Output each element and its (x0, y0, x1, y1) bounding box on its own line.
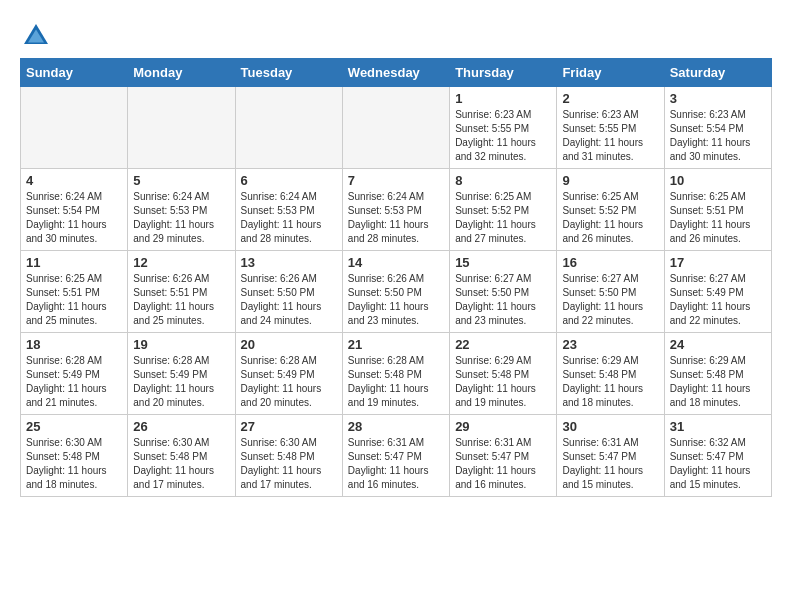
day-number: 2 (562, 91, 658, 106)
calendar-cell: 25Sunrise: 6:30 AM Sunset: 5:48 PM Dayli… (21, 415, 128, 497)
calendar-cell: 23Sunrise: 6:29 AM Sunset: 5:48 PM Dayli… (557, 333, 664, 415)
calendar-table: SundayMondayTuesdayWednesdayThursdayFrid… (20, 58, 772, 497)
day-info: Sunrise: 6:25 AM Sunset: 5:51 PM Dayligh… (26, 272, 122, 328)
day-info: Sunrise: 6:26 AM Sunset: 5:51 PM Dayligh… (133, 272, 229, 328)
day-info: Sunrise: 6:23 AM Sunset: 5:55 PM Dayligh… (455, 108, 551, 164)
calendar-week-2: 4Sunrise: 6:24 AM Sunset: 5:54 PM Daylig… (21, 169, 772, 251)
day-number: 10 (670, 173, 766, 188)
day-info: Sunrise: 6:31 AM Sunset: 5:47 PM Dayligh… (348, 436, 444, 492)
calendar-cell: 30Sunrise: 6:31 AM Sunset: 5:47 PM Dayli… (557, 415, 664, 497)
calendar-cell: 22Sunrise: 6:29 AM Sunset: 5:48 PM Dayli… (450, 333, 557, 415)
day-info: Sunrise: 6:29 AM Sunset: 5:48 PM Dayligh… (455, 354, 551, 410)
calendar-week-5: 25Sunrise: 6:30 AM Sunset: 5:48 PM Dayli… (21, 415, 772, 497)
day-info: Sunrise: 6:23 AM Sunset: 5:55 PM Dayligh… (562, 108, 658, 164)
calendar-cell: 18Sunrise: 6:28 AM Sunset: 5:49 PM Dayli… (21, 333, 128, 415)
day-info: Sunrise: 6:27 AM Sunset: 5:50 PM Dayligh… (562, 272, 658, 328)
calendar-week-1: 1Sunrise: 6:23 AM Sunset: 5:55 PM Daylig… (21, 87, 772, 169)
calendar-cell: 29Sunrise: 6:31 AM Sunset: 5:47 PM Dayli… (450, 415, 557, 497)
day-info: Sunrise: 6:24 AM Sunset: 5:54 PM Dayligh… (26, 190, 122, 246)
day-number: 30 (562, 419, 658, 434)
day-info: Sunrise: 6:26 AM Sunset: 5:50 PM Dayligh… (241, 272, 337, 328)
day-info: Sunrise: 6:30 AM Sunset: 5:48 PM Dayligh… (26, 436, 122, 492)
calendar-cell: 5Sunrise: 6:24 AM Sunset: 5:53 PM Daylig… (128, 169, 235, 251)
day-info: Sunrise: 6:26 AM Sunset: 5:50 PM Dayligh… (348, 272, 444, 328)
day-number: 9 (562, 173, 658, 188)
day-info: Sunrise: 6:28 AM Sunset: 5:49 PM Dayligh… (133, 354, 229, 410)
calendar-cell: 8Sunrise: 6:25 AM Sunset: 5:52 PM Daylig… (450, 169, 557, 251)
day-number: 15 (455, 255, 551, 270)
day-number: 13 (241, 255, 337, 270)
day-number: 11 (26, 255, 122, 270)
calendar-cell: 10Sunrise: 6:25 AM Sunset: 5:51 PM Dayli… (664, 169, 771, 251)
day-number: 18 (26, 337, 122, 352)
day-info: Sunrise: 6:28 AM Sunset: 5:49 PM Dayligh… (26, 354, 122, 410)
day-number: 4 (26, 173, 122, 188)
calendar-cell: 4Sunrise: 6:24 AM Sunset: 5:54 PM Daylig… (21, 169, 128, 251)
calendar-cell: 21Sunrise: 6:28 AM Sunset: 5:48 PM Dayli… (342, 333, 449, 415)
day-info: Sunrise: 6:24 AM Sunset: 5:53 PM Dayligh… (348, 190, 444, 246)
day-info: Sunrise: 6:27 AM Sunset: 5:50 PM Dayligh… (455, 272, 551, 328)
day-number: 20 (241, 337, 337, 352)
day-info: Sunrise: 6:30 AM Sunset: 5:48 PM Dayligh… (133, 436, 229, 492)
calendar-cell: 11Sunrise: 6:25 AM Sunset: 5:51 PM Dayli… (21, 251, 128, 333)
day-info: Sunrise: 6:25 AM Sunset: 5:52 PM Dayligh… (455, 190, 551, 246)
calendar-cell: 19Sunrise: 6:28 AM Sunset: 5:49 PM Dayli… (128, 333, 235, 415)
column-header-monday: Monday (128, 59, 235, 87)
day-number: 25 (26, 419, 122, 434)
day-number: 14 (348, 255, 444, 270)
day-number: 21 (348, 337, 444, 352)
day-info: Sunrise: 6:27 AM Sunset: 5:49 PM Dayligh… (670, 272, 766, 328)
calendar-cell: 9Sunrise: 6:25 AM Sunset: 5:52 PM Daylig… (557, 169, 664, 251)
day-info: Sunrise: 6:25 AM Sunset: 5:51 PM Dayligh… (670, 190, 766, 246)
day-info: Sunrise: 6:24 AM Sunset: 5:53 PM Dayligh… (241, 190, 337, 246)
calendar-cell: 6Sunrise: 6:24 AM Sunset: 5:53 PM Daylig… (235, 169, 342, 251)
day-number: 26 (133, 419, 229, 434)
day-info: Sunrise: 6:28 AM Sunset: 5:48 PM Dayligh… (348, 354, 444, 410)
day-number: 16 (562, 255, 658, 270)
day-info: Sunrise: 6:24 AM Sunset: 5:53 PM Dayligh… (133, 190, 229, 246)
calendar-cell: 27Sunrise: 6:30 AM Sunset: 5:48 PM Dayli… (235, 415, 342, 497)
calendar-cell: 28Sunrise: 6:31 AM Sunset: 5:47 PM Dayli… (342, 415, 449, 497)
day-number: 17 (670, 255, 766, 270)
day-info: Sunrise: 6:32 AM Sunset: 5:47 PM Dayligh… (670, 436, 766, 492)
column-header-tuesday: Tuesday (235, 59, 342, 87)
column-header-friday: Friday (557, 59, 664, 87)
page-header (20, 20, 772, 52)
day-number: 19 (133, 337, 229, 352)
day-number: 23 (562, 337, 658, 352)
calendar-header-row: SundayMondayTuesdayWednesdayThursdayFrid… (21, 59, 772, 87)
column-header-wednesday: Wednesday (342, 59, 449, 87)
day-info: Sunrise: 6:28 AM Sunset: 5:49 PM Dayligh… (241, 354, 337, 410)
calendar-cell (128, 87, 235, 169)
day-number: 29 (455, 419, 551, 434)
logo (20, 20, 56, 52)
logo-icon (20, 20, 52, 52)
day-info: Sunrise: 6:29 AM Sunset: 5:48 PM Dayligh… (562, 354, 658, 410)
calendar-cell: 1Sunrise: 6:23 AM Sunset: 5:55 PM Daylig… (450, 87, 557, 169)
calendar-cell (235, 87, 342, 169)
column-header-thursday: Thursday (450, 59, 557, 87)
day-number: 12 (133, 255, 229, 270)
calendar-cell: 20Sunrise: 6:28 AM Sunset: 5:49 PM Dayli… (235, 333, 342, 415)
day-number: 1 (455, 91, 551, 106)
day-number: 27 (241, 419, 337, 434)
calendar-cell: 2Sunrise: 6:23 AM Sunset: 5:55 PM Daylig… (557, 87, 664, 169)
day-number: 31 (670, 419, 766, 434)
calendar-cell: 17Sunrise: 6:27 AM Sunset: 5:49 PM Dayli… (664, 251, 771, 333)
column-header-sunday: Sunday (21, 59, 128, 87)
day-number: 5 (133, 173, 229, 188)
day-number: 8 (455, 173, 551, 188)
calendar-cell (21, 87, 128, 169)
calendar-cell: 15Sunrise: 6:27 AM Sunset: 5:50 PM Dayli… (450, 251, 557, 333)
calendar-cell: 26Sunrise: 6:30 AM Sunset: 5:48 PM Dayli… (128, 415, 235, 497)
day-info: Sunrise: 6:31 AM Sunset: 5:47 PM Dayligh… (562, 436, 658, 492)
calendar-week-4: 18Sunrise: 6:28 AM Sunset: 5:49 PM Dayli… (21, 333, 772, 415)
day-info: Sunrise: 6:23 AM Sunset: 5:54 PM Dayligh… (670, 108, 766, 164)
day-info: Sunrise: 6:25 AM Sunset: 5:52 PM Dayligh… (562, 190, 658, 246)
calendar-cell: 16Sunrise: 6:27 AM Sunset: 5:50 PM Dayli… (557, 251, 664, 333)
calendar-cell: 13Sunrise: 6:26 AM Sunset: 5:50 PM Dayli… (235, 251, 342, 333)
day-info: Sunrise: 6:31 AM Sunset: 5:47 PM Dayligh… (455, 436, 551, 492)
calendar-cell (342, 87, 449, 169)
column-header-saturday: Saturday (664, 59, 771, 87)
calendar-cell: 14Sunrise: 6:26 AM Sunset: 5:50 PM Dayli… (342, 251, 449, 333)
